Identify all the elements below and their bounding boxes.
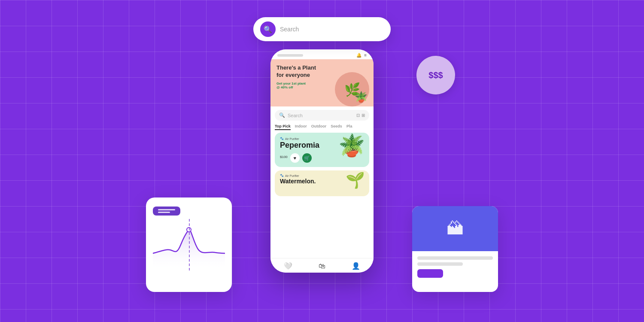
scan-icon[interactable]: ⊡ xyxy=(356,113,360,118)
money-badge: $$$ xyxy=(416,56,455,94)
plant-decoration: 🪴 xyxy=(355,91,368,103)
scene-container: 🔍 Search $$$ 🔔 ≡ There's a Plant for eve… xyxy=(215,21,429,301)
image-card: 🏔 xyxy=(412,206,498,292)
tooltip-line-1 xyxy=(158,209,175,210)
menu-icon: ≡ xyxy=(364,53,367,58)
wishlist-button-1[interactable]: ♥ xyxy=(290,153,300,163)
chart-area xyxy=(153,219,225,270)
hero-banner: There's a Plant for everyone Get your 1s… xyxy=(270,59,374,106)
category-tabs: Top Pick Indoor Outdoor Seeds Pla xyxy=(270,124,374,133)
card-text-line-2 xyxy=(417,262,463,266)
category-tab-outdoor[interactable]: Outdoor xyxy=(311,124,327,130)
product-plant-image-1: 🪴 xyxy=(338,135,365,156)
product-card-watermelon: 🐾 Air Purifier Watermelon. 🌱 xyxy=(275,170,369,196)
phone-mockup: 🔔 ≡ There's a Plant for everyone Get you… xyxy=(270,49,374,273)
category-tab-seeds[interactable]: Seeds xyxy=(331,124,342,130)
card-text-line-1 xyxy=(417,256,493,260)
category-tab-indoor[interactable]: Indoor xyxy=(295,124,307,130)
phone-bottom-nav: 🤍 🛍 👤 xyxy=(270,258,374,273)
category-tab-more[interactable]: Pla xyxy=(346,124,352,130)
image-card-bottom xyxy=(412,251,498,283)
phone-search-bar[interactable]: 🔍 Search ⊡ ⊞ xyxy=(275,110,369,121)
chart-tooltip xyxy=(153,207,180,216)
product-price-1: $100 xyxy=(280,155,288,163)
phone-notch xyxy=(277,54,303,57)
filter-icon[interactable]: ⊞ xyxy=(361,113,365,118)
floating-search-input[interactable]: Search xyxy=(280,26,384,33)
mountain-icon: 🏔 xyxy=(447,219,464,238)
category-tab-top-pick[interactable]: Top Pick xyxy=(275,124,291,130)
tooltip-lines xyxy=(158,209,175,213)
phone-search-icon: 🔍 xyxy=(279,112,285,118)
product-card-peperomia: 🐾 Air Purifier Peperomia 🪴 $100 ♥ 🛒 xyxy=(275,133,369,167)
phone-search-placeholder: Search xyxy=(288,113,354,118)
bell-icon: 🔔 xyxy=(356,53,361,58)
chart-card xyxy=(146,197,232,292)
nav-wishlist-icon[interactable]: 🤍 xyxy=(284,262,292,270)
hero-title: There's a Plant for everyone xyxy=(276,64,319,79)
nav-profile-icon[interactable]: 👤 xyxy=(352,262,360,270)
nav-shop-icon[interactable]: 🛍 xyxy=(319,262,325,270)
phone-status-bar: 🔔 ≡ xyxy=(270,49,374,59)
tooltip-line-2 xyxy=(158,212,170,213)
product-plant-image-2: 🌱 xyxy=(346,173,365,188)
floating-search-bar[interactable]: 🔍 Search xyxy=(253,17,391,41)
image-card-top: 🏔 xyxy=(412,206,498,251)
chart-dashed-line xyxy=(189,219,190,270)
search-icon: 🔍 xyxy=(264,25,272,33)
product-actions-1: $100 ♥ 🛒 xyxy=(280,153,312,163)
search-icon-circle: 🔍 xyxy=(260,21,276,37)
card-cta-button[interactable] xyxy=(417,269,443,278)
phone-search-actions: ⊡ ⊞ xyxy=(356,113,365,118)
phone-status-icons: 🔔 ≡ xyxy=(356,53,367,58)
cart-button-1[interactable]: 🛒 xyxy=(302,153,312,163)
